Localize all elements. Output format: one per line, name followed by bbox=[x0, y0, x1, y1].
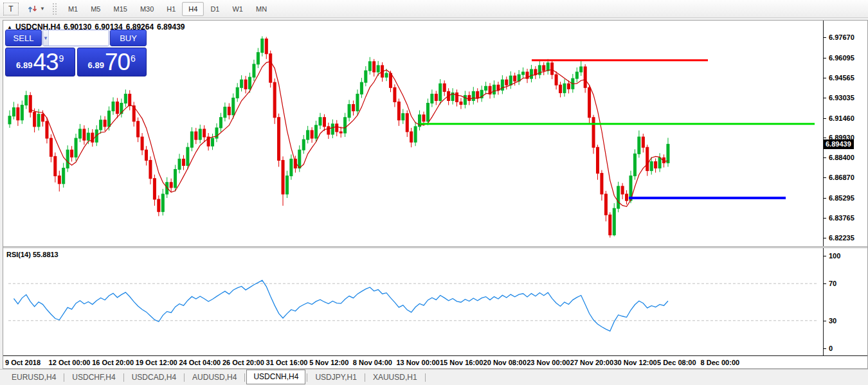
bear-candle bbox=[534, 69, 537, 75]
buy-price-display[interactable]: 6.89 70 6 bbox=[77, 48, 147, 76]
symbol-tab-usdchf[interactable]: USDCHF,H4 bbox=[66, 370, 122, 385]
sell-price-prefix: 6.89 bbox=[16, 60, 32, 70]
bear-candle bbox=[158, 199, 160, 211]
timeframe-button-d1[interactable]: D1 bbox=[204, 2, 226, 16]
timeframe-button-mn[interactable]: MN bbox=[249, 2, 273, 16]
bear-candle bbox=[626, 194, 628, 201]
symbol-tab-usdcad[interactable]: USDCAD,H4 bbox=[125, 370, 183, 385]
rsi-chart-canvas[interactable] bbox=[3, 248, 824, 355]
tab-separator bbox=[184, 373, 185, 382]
bear-candle bbox=[621, 186, 624, 194]
bear-candle bbox=[456, 93, 458, 102]
bull-candle bbox=[650, 161, 653, 170]
price-tick-mark bbox=[824, 177, 826, 178]
bear-candle bbox=[228, 107, 230, 115]
timeframe-button-m15[interactable]: M15 bbox=[107, 2, 133, 16]
bull-candle bbox=[21, 105, 23, 120]
ohlc-close: 6.89439 bbox=[157, 22, 185, 31]
timeframe-button-m5[interactable]: M5 bbox=[84, 2, 107, 16]
bull-candle bbox=[580, 67, 583, 72]
price-axis[interactable]: 6.89439 6.976706.960956.945656.930356.91… bbox=[824, 21, 867, 246]
symbol-tab-xauusd[interactable]: XAUUSD,H1 bbox=[366, 370, 424, 385]
timeframe-button-w1[interactable]: W1 bbox=[226, 2, 249, 16]
timeframe-button-m1[interactable]: M1 bbox=[62, 2, 84, 16]
bear-candle bbox=[642, 137, 644, 147]
toolbar-drag-handle[interactable] bbox=[53, 3, 57, 15]
timeframe-button-m30[interactable]: M30 bbox=[134, 2, 160, 16]
bear-candle bbox=[468, 95, 471, 100]
bear-candle bbox=[393, 87, 396, 102]
price-tick-mark bbox=[824, 157, 826, 158]
date-axis-label: 30 Nov 12:00 bbox=[613, 359, 656, 366]
bear-candle bbox=[551, 63, 554, 75]
bear-candle bbox=[655, 161, 657, 168]
quick-trade-arrows-button[interactable]: ▼ bbox=[25, 3, 48, 15]
timeframe-button-h1[interactable]: H1 bbox=[160, 2, 182, 16]
bull-candle bbox=[485, 86, 487, 90]
bull-candle bbox=[344, 118, 347, 133]
bull-candle bbox=[253, 64, 255, 77]
bear-candle bbox=[17, 108, 19, 120]
bull-candle bbox=[368, 62, 371, 71]
date-axis-label: 8 Nov 04:00 bbox=[353, 359, 392, 366]
bull-candle bbox=[25, 95, 28, 105]
tab-separator bbox=[123, 373, 124, 382]
rsi-name: RSI(14) bbox=[6, 251, 31, 258]
symbol-tab-audusd[interactable]: AUDUSD,H4 bbox=[186, 370, 243, 385]
bear-candle bbox=[71, 150, 73, 157]
symbol-tab-eurusd[interactable]: EURUSD,H4 bbox=[5, 370, 62, 385]
bear-candle bbox=[33, 112, 36, 127]
price-axis-label: 6.96095 bbox=[829, 54, 854, 62]
chart-window: ▲ USDCNH,H4 6.90130 6.90134 6.89264 6.89… bbox=[3, 20, 868, 369]
rsi-axis-label: 30 bbox=[829, 317, 836, 325]
rsi-axis[interactable]: 10070300 bbox=[824, 248, 867, 355]
bull-candle bbox=[66, 150, 69, 168]
bull-candle bbox=[385, 73, 388, 77]
bull-candle bbox=[356, 94, 359, 111]
bull-candle bbox=[613, 208, 615, 235]
bear-candle bbox=[609, 215, 611, 235]
symbol-tab-usdjpy[interactable]: USDJPY,H1 bbox=[309, 370, 363, 385]
date-axis-label: 16 Oct 20:00 bbox=[92, 359, 134, 366]
bull-candle bbox=[658, 157, 661, 168]
bear-candle bbox=[153, 179, 156, 199]
bear-candle bbox=[145, 150, 148, 160]
tab-separator bbox=[244, 373, 245, 382]
symbol-tab-usdcnh[interactable]: USDCNH,H4 bbox=[246, 370, 305, 384]
volume-input[interactable] bbox=[49, 30, 109, 46]
price-axis-label: 6.88400 bbox=[829, 154, 854, 161]
price-tick-mark bbox=[824, 58, 826, 58]
date-axis-label: 13 Nov 00:00 bbox=[396, 359, 439, 366]
bull-candle bbox=[249, 77, 251, 89]
moving-average-line bbox=[30, 62, 668, 207]
bull-candle bbox=[178, 159, 181, 169]
text-label-tool-button[interactable]: T bbox=[3, 3, 19, 15]
sell-price-display[interactable]: 6.89 43 9 bbox=[5, 48, 75, 76]
one-click-trading-panel: SELL ▼ ▲ BUY 6.89 43 9 bbox=[5, 30, 147, 76]
date-axis-label: 5 Dec 08:00 bbox=[657, 359, 696, 366]
bear-candle bbox=[282, 160, 284, 194]
bear-candle bbox=[339, 132, 342, 133]
bull-candle bbox=[232, 98, 235, 114]
buy-button[interactable]: BUY bbox=[110, 30, 147, 46]
price-axis-label: 6.86870 bbox=[829, 174, 854, 181]
sell-button[interactable]: SELL bbox=[5, 30, 42, 46]
bear-candle bbox=[567, 84, 570, 89]
bear-candle bbox=[149, 160, 152, 178]
date-axis-label: 9 Oct 2018 bbox=[5, 359, 41, 366]
volume-decrease-button[interactable]: ▼ bbox=[43, 30, 49, 46]
timeframe-button-h4[interactable]: H4 bbox=[182, 2, 204, 16]
bull-candle bbox=[307, 130, 309, 139]
main-price-chart[interactable]: ▲ USDCNH,H4 6.90130 6.90134 6.89264 6.89… bbox=[3, 21, 824, 246]
bear-candle bbox=[42, 114, 44, 121]
sell-price-point: 9 bbox=[59, 53, 64, 64]
rsi-indicator-pane[interactable]: RSI(14) 55.8813 bbox=[3, 248, 824, 355]
price-axis-label: 6.97670 bbox=[829, 33, 854, 41]
bull-candle bbox=[522, 72, 525, 75]
bull-candle bbox=[100, 120, 102, 130]
bull-candle bbox=[87, 133, 89, 140]
bear-candle bbox=[410, 132, 413, 142]
bear-candle bbox=[596, 147, 599, 173]
date-axis[interactable]: 9 Oct 201812 Oct 00:0016 Oct 20:0019 Oct… bbox=[3, 356, 868, 369]
bull-candle bbox=[402, 114, 404, 120]
